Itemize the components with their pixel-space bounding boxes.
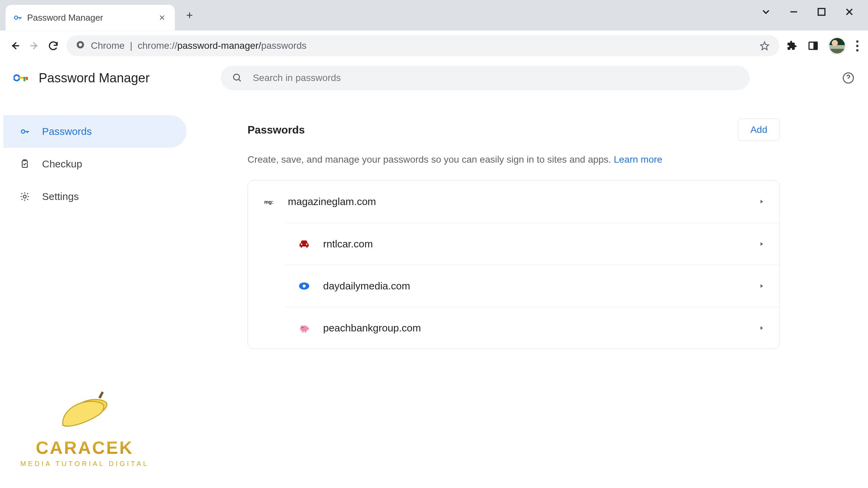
sidebar-item-passwords[interactable]: Passwords — [3, 115, 186, 148]
svg-point-10 — [234, 74, 240, 80]
new-tab-button[interactable] — [182, 7, 197, 23]
key-icon — [20, 126, 30, 137]
maximize-icon[interactable] — [816, 6, 827, 18]
page-header: Password Manager — [0, 61, 868, 95]
chrome-menu-icon[interactable] — [856, 40, 859, 52]
password-domain: rntlcar.com — [323, 238, 373, 250]
sidebar-item-settings[interactable]: Settings — [3, 180, 186, 213]
passwords-list: mg: magazineglam.com rntlcar.com daydail… — [248, 180, 780, 349]
close-window-icon[interactable] — [844, 6, 855, 18]
key-icon — [13, 13, 22, 22]
address-bar[interactable]: Chrome | chrome://password-manager/passw… — [66, 35, 779, 56]
chrome-logo-icon — [76, 40, 85, 52]
main-content: Passwords Add Create, save, and manage y… — [190, 61, 868, 488]
site-favicon: mg: — [263, 196, 275, 208]
learn-more-link[interactable]: Learn more — [614, 154, 662, 165]
site-favicon — [298, 238, 310, 250]
banana-icon — [47, 385, 122, 435]
watermark-tagline: MEDIA TUTORIAL DIGITAL — [20, 460, 149, 468]
add-password-button[interactable]: Add — [738, 119, 780, 141]
chevron-right-icon — [758, 199, 765, 205]
svg-point-14 — [23, 195, 26, 198]
extensions-icon[interactable] — [787, 40, 797, 51]
sidebar-item-label: Settings — [42, 191, 79, 202]
svg-point-6 — [14, 75, 19, 80]
browser-tab[interactable]: Password Manager — [5, 5, 175, 30]
chevron-down-icon[interactable] — [760, 6, 772, 18]
url-text: Chrome | chrome://password-manager/passw… — [91, 40, 307, 51]
section-heading: Passwords — [248, 124, 305, 136]
close-tab-icon[interactable] — [158, 14, 166, 22]
svg-rect-1 — [818, 8, 825, 15]
page-title: Password Manager — [39, 71, 150, 85]
password-row[interactable]: mg: magazineglam.com — [248, 181, 780, 223]
password-row[interactable]: peachbankgroup.com — [285, 307, 780, 349]
password-domain: peachbankgroup.com — [323, 322, 421, 334]
watermark-brand: CARACEK — [20, 438, 149, 458]
tab-title: Password Manager — [27, 13, 153, 23]
svg-rect-9 — [26, 77, 28, 80]
svg-rect-19 — [302, 331, 303, 333]
help-icon[interactable] — [842, 72, 854, 84]
watermark: CARACEK MEDIA TUTORIAL DIGITAL — [20, 385, 149, 468]
password-domain: daydailymedia.com — [323, 280, 410, 292]
forward-icon[interactable] — [28, 40, 40, 52]
clipboard-icon — [20, 159, 30, 169]
search-input[interactable] — [253, 73, 738, 83]
search-passwords-box[interactable] — [221, 66, 750, 90]
site-favicon — [298, 322, 310, 334]
sidebar-item-checkup[interactable]: Checkup — [3, 148, 186, 180]
minimize-icon[interactable] — [788, 6, 800, 18]
window-controls — [760, 0, 868, 30]
section-description: Create, save, and manage your passwords … — [248, 152, 780, 167]
back-icon[interactable] — [9, 40, 21, 52]
search-icon — [232, 73, 242, 83]
svg-point-12 — [21, 130, 25, 133]
gear-icon — [20, 191, 30, 202]
password-row[interactable]: rntlcar.com — [285, 223, 780, 265]
svg-rect-20 — [305, 331, 306, 333]
chevron-right-icon — [758, 283, 765, 289]
svg-point-3 — [79, 43, 82, 46]
site-favicon — [298, 280, 310, 292]
svg-point-18 — [302, 327, 303, 328]
bookmark-star-icon[interactable] — [760, 41, 770, 51]
reload-icon[interactable] — [47, 40, 59, 52]
svg-point-16 — [303, 284, 306, 287]
password-domain: magazineglam.com — [288, 196, 376, 207]
chevron-right-icon — [758, 325, 765, 331]
sidepanel-icon[interactable] — [808, 40, 818, 51]
browser-toolbar: Chrome | chrome://password-manager/passw… — [0, 30, 868, 61]
password-manager-logo-icon — [14, 73, 28, 83]
window-titlebar: Password Manager — [0, 0, 868, 30]
sidebar-item-label: Passwords — [42, 126, 92, 137]
sidebar-item-label: Checkup — [42, 158, 82, 170]
svg-rect-5 — [814, 42, 817, 49]
chevron-right-icon — [758, 241, 765, 247]
profile-avatar[interactable] — [829, 37, 846, 54]
svg-point-0 — [15, 16, 18, 19]
svg-rect-8 — [23, 77, 25, 81]
password-row[interactable]: daydailymedia.com — [285, 265, 780, 307]
